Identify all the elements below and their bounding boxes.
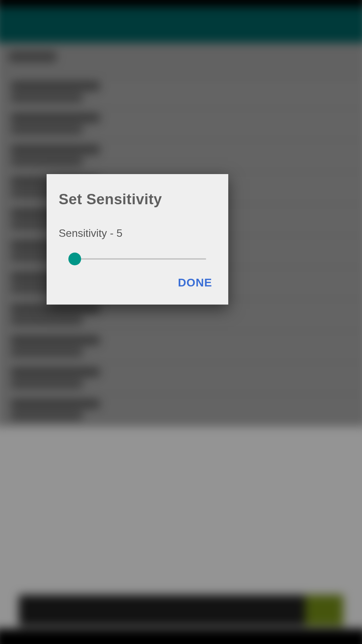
sensitivity-value-label: Sensitivity - 5 bbox=[47, 208, 228, 239]
set-sensitivity-dialog: Set Sensitivity Sensitivity - 5 DONE bbox=[47, 174, 228, 305]
done-button[interactable]: DONE bbox=[178, 276, 212, 289]
sensitivity-slider[interactable] bbox=[59, 252, 216, 266]
slider-thumb[interactable] bbox=[68, 253, 81, 265]
slider-track bbox=[69, 258, 206, 260]
dialog-title: Set Sensitivity bbox=[47, 174, 228, 208]
